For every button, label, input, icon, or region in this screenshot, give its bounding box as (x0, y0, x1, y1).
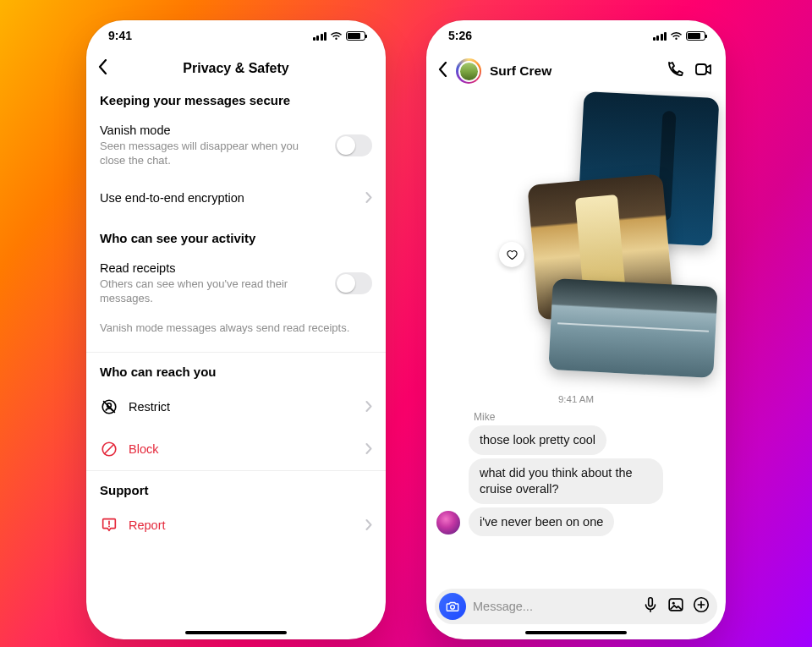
vanish-mode-row[interactable]: Vanish mode Seen messages will disappear… (86, 114, 386, 177)
cell-signal-icon (653, 31, 667, 41)
block-label: Block (129, 441, 355, 457)
composer: Message... (435, 589, 717, 624)
image-icon (667, 595, 685, 614)
report-row[interactable]: Report (86, 504, 386, 546)
chevron-left-icon (98, 59, 107, 74)
thread-title[interactable]: Surf Crew (490, 63, 656, 79)
sender-name: Mike (474, 411, 716, 423)
status-time: 5:26 (448, 29, 472, 42)
status-right (653, 31, 706, 41)
page-title: Privacy & Safety (183, 61, 288, 76)
thread-avatar[interactable] (456, 58, 481, 84)
vanish-mode-title: Vanish mode (100, 123, 325, 138)
message-row: those look pretty cool (436, 425, 716, 455)
read-receipts-footnote-row: Vanish mode messages always send read re… (86, 315, 386, 352)
back-button[interactable] (438, 62, 447, 80)
video-icon (694, 59, 714, 80)
message-bubble[interactable]: what did you think about the cruise over… (469, 458, 663, 504)
chevron-right-icon (365, 443, 372, 454)
e2ee-row[interactable]: Use end-to-end encryption (86, 177, 386, 219)
svg-point-5 (451, 605, 455, 609)
restrict-label: Restrict (129, 399, 355, 414)
svg-point-8 (672, 602, 675, 605)
restrict-icon (100, 398, 118, 416)
read-receipts-row[interactable]: Read receipts Others can see when you've… (86, 252, 386, 315)
read-receipts-desc: Others can see when you've read their me… (100, 277, 325, 306)
settings-phone: 9:41 Privacy & Safety Keeping your messa… (86, 20, 386, 639)
message-row: i've never been on one (436, 507, 716, 537)
react-button[interactable] (499, 242, 524, 267)
chat-nav: Surf Crew (426, 51, 726, 91)
svg-point-3 (108, 525, 110, 527)
vanish-mode-toggle[interactable] (335, 134, 372, 156)
message-row: what did you think about the cruise over… (436, 458, 716, 504)
section-secure-heading: Keeping your messages secure (86, 86, 386, 114)
report-label: Report (129, 518, 355, 533)
chevron-right-icon (365, 519, 372, 530)
timestamp: 9:41 AM (436, 394, 716, 404)
chevron-left-icon (438, 62, 447, 77)
composer-input[interactable]: Message... (473, 600, 634, 613)
mic-icon (641, 595, 660, 614)
media-image-3[interactable] (548, 278, 717, 378)
section-activity-heading: Who can see your activity (86, 219, 386, 252)
vanish-mode-desc: Seen messages will disappear when you cl… (100, 140, 325, 168)
media-collage[interactable] (504, 95, 716, 382)
report-icon (100, 516, 118, 535)
plus-circle-icon (692, 595, 710, 614)
sender-avatar[interactable] (436, 511, 460, 535)
status-bar: 9:41 (86, 20, 386, 51)
svg-rect-6 (649, 598, 653, 606)
heart-outline-icon (506, 249, 518, 261)
e2ee-title: Use end-to-end encryption (100, 190, 355, 206)
chevron-right-icon (365, 192, 372, 203)
block-row[interactable]: Block (86, 428, 386, 470)
status-right (313, 31, 366, 41)
gallery-button[interactable] (667, 595, 685, 617)
read-receipts-footnote: Vanish mode messages always send read re… (100, 321, 372, 336)
video-call-button[interactable] (694, 59, 714, 83)
cell-signal-icon (313, 31, 327, 41)
chat-phone: 5:26 Surf Crew 9:41 AM Mike (426, 20, 726, 639)
block-icon (100, 440, 118, 458)
read-receipts-title: Read receipts (100, 260, 325, 276)
message-bubble[interactable]: those look pretty cool (469, 425, 606, 455)
svg-rect-4 (696, 64, 706, 74)
home-indicator (525, 631, 627, 634)
wifi-icon (330, 31, 343, 41)
restrict-row[interactable]: Restrict (86, 386, 386, 428)
section-reach-heading: Who can reach you (86, 353, 386, 386)
voice-button[interactable] (641, 595, 660, 617)
chat-body[interactable]: 9:41 AM Mike those look pretty cool what… (426, 91, 726, 582)
message-bubble[interactable]: i've never been on one (469, 507, 614, 537)
camera-icon (445, 599, 460, 614)
back-button[interactable] (98, 59, 107, 78)
wifi-icon (670, 31, 683, 41)
chevron-right-icon (365, 401, 372, 412)
status-bar: 5:26 (426, 20, 726, 51)
battery-icon (346, 31, 365, 41)
add-button[interactable] (692, 595, 710, 617)
audio-call-button[interactable] (665, 59, 685, 83)
phone-icon (665, 59, 685, 80)
read-receipts-toggle[interactable] (335, 272, 372, 294)
status-time: 9:41 (108, 29, 132, 42)
home-indicator (185, 631, 287, 634)
section-support-heading: Support (86, 471, 386, 504)
battery-icon (686, 31, 705, 41)
camera-button[interactable] (439, 593, 466, 620)
settings-nav: Privacy & Safety (86, 51, 386, 86)
